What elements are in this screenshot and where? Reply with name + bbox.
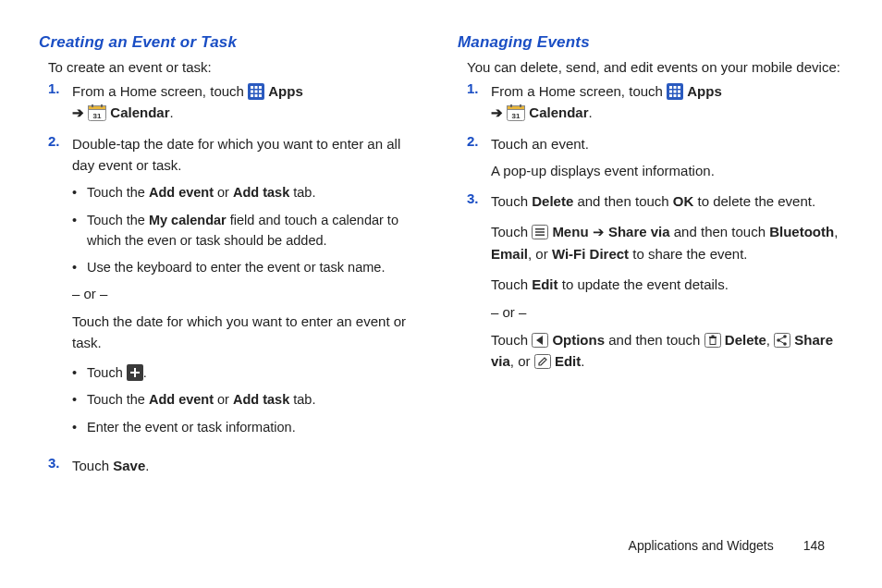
text: Touch the (87, 392, 149, 407)
step-number: 2. (467, 133, 491, 182)
bold-text: Add task (233, 185, 289, 200)
text: Touch the (87, 185, 149, 200)
svg-rect-49 (534, 355, 550, 369)
plus-icon (127, 364, 143, 381)
svg-rect-9 (259, 94, 262, 97)
svg-rect-43 (775, 334, 790, 348)
svg-rect-29 (508, 106, 525, 110)
text: , (834, 224, 838, 239)
svg-rect-27 (678, 94, 680, 97)
step-2-right: 2. Touch an event. A pop-up displays eve… (467, 133, 843, 182)
bold-text: Delete (725, 332, 766, 348)
text: and then touch (573, 193, 673, 209)
text: Touch the date for which you want to ent… (72, 311, 424, 354)
svg-rect-36 (535, 235, 545, 237)
bullet-item: •Touch the Add event or Add task tab. (72, 183, 424, 203)
bold-text: Bluetooth (769, 224, 834, 239)
step-number: 2. (48, 133, 72, 446)
bold-text: Edit (555, 353, 581, 369)
heading-create: Creating an Event or Task (39, 33, 424, 52)
arrow: ➔ (72, 104, 84, 120)
bold-text: OK (673, 193, 694, 209)
bold-text: Options (552, 332, 605, 348)
text: . (581, 353, 584, 369)
intro-left: To create an event or task: (48, 59, 424, 75)
arrow: ➔ (589, 224, 608, 239)
text: Enter the event or task information. (87, 418, 296, 438)
text: Touch an event. (491, 133, 843, 154)
bold-text: Wi-Fi Direct (552, 246, 629, 262)
svg-rect-20 (674, 86, 677, 89)
svg-rect-23 (674, 91, 677, 93)
text: Touch (491, 224, 532, 239)
bullet-item: •Enter the event or task information. (72, 418, 424, 438)
bullet-dot: • (72, 211, 87, 251)
menu-icon (532, 225, 548, 239)
svg-rect-31 (520, 104, 521, 107)
footer-section: Applications and Widgets (629, 538, 774, 553)
svg-rect-4 (251, 91, 253, 93)
svg-text:31: 31 (93, 112, 102, 120)
bold-text: Save (113, 458, 145, 473)
dot: . (589, 104, 593, 120)
svg-rect-19 (669, 86, 672, 89)
svg-rect-3 (259, 86, 262, 89)
dot: . (170, 104, 174, 120)
svg-rect-6 (259, 91, 262, 93)
bullet-dot: • (72, 418, 87, 438)
step-1-left: 1. From a Home screen, touch Apps ➔ 31 C… (48, 80, 424, 124)
bullet-dot: • (72, 183, 87, 203)
bullet-item: •Use the keyboard to enter the event or … (72, 258, 424, 278)
text: , or (510, 353, 534, 369)
steps-left: 1. From a Home screen, touch Apps ➔ 31 C… (39, 80, 424, 476)
edit-icon (534, 354, 551, 369)
bold-text: Add event (149, 185, 214, 200)
svg-rect-13 (101, 104, 103, 107)
svg-rect-17 (130, 372, 140, 374)
bold-text: Add event (149, 392, 214, 407)
svg-rect-8 (255, 94, 258, 97)
step-1-right: 1. From a Home screen, touch Apps ➔ 31 C… (467, 80, 843, 124)
calendar-icon: 31 (88, 104, 106, 121)
bold-text: Edit (532, 276, 557, 292)
svg-rect-21 (678, 86, 680, 89)
svg-rect-2 (255, 86, 258, 89)
bullet-dot: • (72, 363, 87, 384)
bold-text: My calendar (149, 213, 227, 227)
text: Touch (491, 332, 532, 348)
text: Double-tap the date for which you want t… (72, 133, 424, 177)
svg-rect-22 (669, 91, 672, 93)
text: Touch (491, 276, 532, 292)
step-number: 1. (467, 80, 491, 124)
svg-rect-24 (678, 91, 680, 93)
text: tab. (289, 392, 315, 407)
text: Touch the (87, 213, 149, 227)
text: . (145, 458, 149, 473)
svg-rect-42 (711, 336, 714, 337)
svg-text:31: 31 (512, 112, 521, 120)
calendar-label: Calendar (110, 104, 169, 120)
text: . (143, 365, 147, 380)
bold-text: Email (491, 246, 528, 262)
bold-text: Menu (552, 224, 588, 239)
text: From a Home screen, touch (72, 83, 248, 99)
text: or (214, 185, 233, 200)
apps-label: Apps (268, 83, 303, 99)
steps-right: 1. From a Home screen, touch Apps ➔ 31 C… (458, 80, 843, 382)
bullet-item: •Touch the Add event or Add task tab. (72, 390, 424, 410)
svg-rect-26 (674, 94, 677, 97)
text: to update the event details. (558, 276, 729, 292)
back-icon (532, 333, 548, 348)
calendar-icon: 31 (507, 104, 525, 121)
arrow: ➔ (491, 104, 503, 120)
column-left: Creating an Event or Task To create an e… (39, 33, 424, 485)
text: Touch (87, 365, 127, 380)
svg-rect-1 (251, 86, 253, 89)
step-2-left: 2. Double-tap the date for which you wan… (48, 133, 424, 446)
text: , (766, 332, 774, 348)
svg-rect-5 (255, 91, 258, 93)
apps-label: Apps (687, 83, 722, 99)
text: or (214, 392, 233, 407)
step-3-right: 3. Touch Delete and then touch OK to del… (467, 190, 843, 382)
svg-rect-7 (251, 94, 253, 97)
